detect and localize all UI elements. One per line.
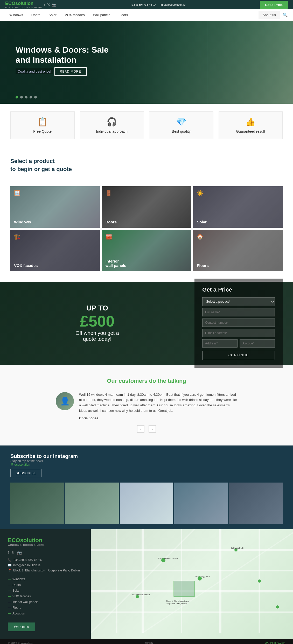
footer-link-floors[interactable]: Floors — [8, 606, 83, 610]
testimonials-title: Our customers do the talking — [10, 378, 283, 384]
hero-dot-2[interactable] — [20, 96, 23, 98]
footer-twitter-icon[interactable]: 𝕏 — [11, 550, 15, 555]
footer-facebook-icon[interactable]: f — [8, 550, 9, 555]
up-to-text: UP TO — [16, 304, 179, 312]
nav-items: Windows Doors Solar VOX facades Wall pan… — [5, 9, 259, 20]
fullname-input[interactable] — [202, 308, 275, 316]
select-section: Select a product to begin or get a quote — [0, 147, 293, 186]
product-vox[interactable]: 🏗️ VOX facades — [10, 230, 100, 271]
instagram-grid — [10, 483, 283, 524]
footer-link-doors[interactable]: Doors — [8, 583, 83, 587]
write-button[interactable]: Write to us — [8, 622, 35, 631]
logo-solution: solution — [15, 1, 33, 6]
quality-icon: 💎 — [176, 117, 186, 127]
footer-phone: 📞 +35 (380) 735-45-14 — [8, 558, 83, 562]
windows-icon: 🪟 — [14, 190, 20, 196]
insta-photo-1[interactable] — [10, 483, 64, 524]
quality-label: Best quality — [172, 129, 191, 133]
windows-label: Windows — [14, 220, 31, 224]
continue-button[interactable]: CONTINUE — [202, 351, 275, 360]
svg-text:Guidewire Software: Guidewire Software — [132, 593, 150, 596]
logo: ECOsolution WINDOWS, DOORS & MORE — [5, 1, 42, 9]
footer-logo-solution: solution — [20, 537, 43, 543]
product-doors[interactable]: 🚪 Doors — [102, 186, 191, 228]
email-input[interactable] — [202, 329, 275, 337]
phone-icon: 📞 — [8, 558, 12, 562]
instagram-subtitle: Stay on top of the news — [10, 459, 283, 463]
footer: ECOsolution WINDOWS, DOORS & MORE f 𝕏 📷 … — [0, 529, 293, 639]
get-price-button[interactable]: Get a Price — [260, 1, 288, 9]
solar-icon: ☀️ — [197, 190, 203, 196]
svg-rect-17 — [174, 581, 194, 597]
free-quote-icon: 📋 — [37, 117, 48, 127]
nav-item-doors[interactable]: Doors — [27, 9, 45, 20]
hero-subtitle: Quality and best price! — [16, 68, 53, 74]
doors-icon: 🚪 — [106, 190, 112, 196]
footer-instagram-icon[interactable]: 📷 — [17, 550, 22, 555]
footer-link-vox[interactable]: VOX facades — [8, 595, 83, 598]
next-testimonial-button[interactable]: › — [149, 425, 156, 433]
nav-item-vox[interactable]: VOX facades — [61, 9, 89, 20]
about-button[interactable]: About us — [259, 11, 280, 19]
nav-item-wallpanels[interactable]: Wall panels — [89, 9, 114, 20]
product-solar[interactable]: ☀️ Solar — [193, 186, 283, 228]
feature-quality: 💎 Best quality — [149, 111, 213, 139]
address-input[interactable] — [202, 339, 238, 348]
hero-dot-5[interactable] — [34, 96, 37, 98]
vox-label: VOX facades — [14, 263, 38, 268]
footer-link-solar[interactable]: Solar — [8, 589, 83, 592]
facebook-icon[interactable]: f — [44, 3, 45, 7]
guaranteed-label: Guaranteed result — [236, 129, 265, 133]
logo-eco: ECO — [5, 1, 15, 6]
footer-logo-sub: WINDOWS, DOORS & MORE — [8, 544, 83, 546]
footer-logo-eco: ECO — [8, 537, 20, 543]
testimonial-body: Well 15 windows 4 man team in 1 day, 8:3… — [79, 392, 237, 420]
prev-testimonial-button[interactable]: ‹ — [137, 425, 144, 433]
solar-bg — [193, 186, 283, 228]
address-row — [202, 339, 275, 350]
testimonial-text: Well 15 windows 4 man team in 1 day, 8:3… — [79, 392, 237, 414]
search-icon[interactable]: 🔍 — [283, 12, 288, 17]
amount-text: £500 — [16, 312, 179, 330]
product-select[interactable]: Select a product* — [202, 297, 275, 306]
feature-free-quote: 📋 Free Quote — [10, 111, 75, 139]
map-svg: Block 1, Blanchardstown Corporate Park, … — [91, 529, 293, 639]
hero-dot-3[interactable] — [25, 96, 27, 98]
individual-label: Individual approach — [96, 129, 128, 133]
product-windows[interactable]: 🪟 Windows — [10, 186, 100, 228]
twitter-icon[interactable]: 𝕏 — [47, 3, 50, 7]
read-more-button[interactable]: READ MORE — [54, 67, 87, 76]
footer-link-windows[interactable]: Windows — [8, 577, 83, 581]
hero-section: Windows & Doors: Sale and Installation Q… — [0, 21, 293, 104]
subscribe-button[interactable]: SUBSCRIBE — [10, 469, 41, 477]
product-interior[interactable]: 🧱 Interior wall panels — [102, 230, 191, 271]
gdpr-link[interactable]: GDPR — [145, 642, 153, 644]
feature-individual: 🎧 Individual approach — [80, 111, 144, 139]
price-section: UP TO £500 Off when you get a quote toda… — [0, 282, 293, 365]
instagram-icon[interactable]: 📷 — [52, 3, 56, 7]
guaranteed-icon: 👍 — [245, 117, 256, 127]
footer-address: 📍 Block 1, Blanchardstown Corporate Park… — [8, 569, 83, 572]
map-placeholder: Block 1, Blanchardstown Corporate Park, … — [91, 529, 293, 639]
aircode-input[interactable] — [240, 339, 275, 348]
instagram-header: Subscribe to our Instagram Stay on top o… — [10, 453, 283, 477]
bottom-bar: © 2019 Ecosolution. GDPR WK BUILDWEB — [0, 639, 293, 644]
nav-item-solar[interactable]: Solar — [44, 9, 60, 20]
insta-photo-5[interactable] — [229, 483, 283, 524]
insta-photo-4[interactable] — [174, 483, 228, 524]
footer-link-about[interactable]: About us — [8, 612, 83, 615]
email-icon: ✉️ — [8, 563, 12, 567]
hero-dot-1[interactable] — [16, 96, 18, 98]
hero-dot-4[interactable] — [30, 96, 32, 98]
contact-input[interactable] — [202, 319, 275, 327]
footer-link-interior[interactable]: Interior wall panels — [8, 600, 83, 604]
testimonial-nav: ‹ › — [10, 425, 283, 433]
product-floors[interactable]: 🏠 Floors — [193, 230, 283, 271]
insta-photo-2[interactable] — [65, 483, 119, 524]
nav-item-floors[interactable]: Floors — [114, 9, 132, 20]
insta-photo-3[interactable] — [120, 483, 173, 524]
free-quote-label: Free Quote — [33, 129, 52, 133]
hero-content: Windows & Doors: Sale and Installation Q… — [0, 34, 130, 90]
nav-item-windows[interactable]: Windows — [5, 9, 27, 20]
main-nav: Windows Doors Solar VOX facades Wall pan… — [0, 9, 293, 21]
